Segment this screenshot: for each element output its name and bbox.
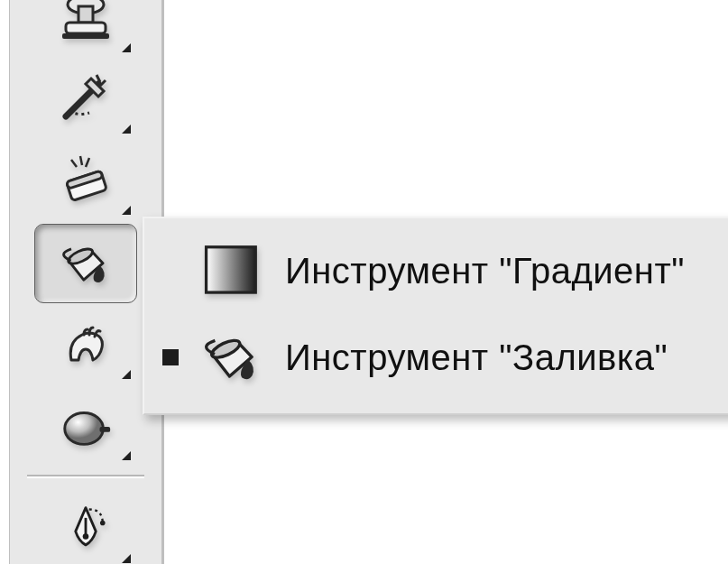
flyout-item-label: Инструмент "Градиент" (285, 251, 685, 291)
svg-point-10 (83, 533, 89, 540)
svg-rect-1 (78, 6, 93, 23)
flyout-mark-icon (122, 554, 131, 563)
healing-brush-tool[interactable] (35, 61, 136, 139)
pen-tool[interactable] (35, 491, 136, 564)
svg-rect-3 (62, 33, 109, 39)
pen-icon (53, 497, 118, 562)
paint-bucket-icon (53, 231, 118, 296)
flyout-mark-icon (122, 451, 131, 460)
dodge-tool[interactable] (35, 388, 136, 466)
svg-rect-8 (100, 427, 111, 432)
eraser-tool[interactable] (35, 143, 136, 220)
smudge-icon (53, 313, 118, 378)
active-indicator (162, 349, 179, 365)
paint-bucket-tool[interactable] (34, 224, 137, 303)
paint-bucket-icon (197, 322, 267, 393)
toolbar-divider (27, 475, 144, 478)
flyout-mark-icon (122, 370, 131, 379)
stamp-icon (53, 0, 118, 51)
healing-brush-icon (53, 68, 118, 133)
flyout-mark-icon (122, 125, 131, 134)
flyout-item-bucket[interactable]: Инструмент "Заливка" (162, 314, 728, 401)
stamp-tool[interactable] (35, 0, 136, 58)
flyout-mark-icon (122, 43, 131, 52)
dodge-icon (53, 394, 118, 459)
tool-flyout-menu: Инструмент "Градиент" Инструмент "Заливк… (143, 217, 728, 415)
flyout-item-label: Инструмент "Заливка" (285, 337, 668, 378)
flyout-item-gradient[interactable]: Инструмент "Градиент" (162, 227, 728, 314)
gradient-icon (197, 236, 267, 306)
active-indicator (162, 263, 179, 279)
smudge-tool[interactable] (35, 307, 136, 384)
svg-rect-12 (207, 247, 256, 292)
svg-point-11 (100, 521, 106, 526)
svg-rect-2 (66, 23, 106, 33)
svg-point-7 (65, 413, 104, 445)
flyout-mark-icon (122, 206, 131, 215)
eraser-icon (53, 149, 118, 214)
tools-panel (9, 0, 164, 564)
